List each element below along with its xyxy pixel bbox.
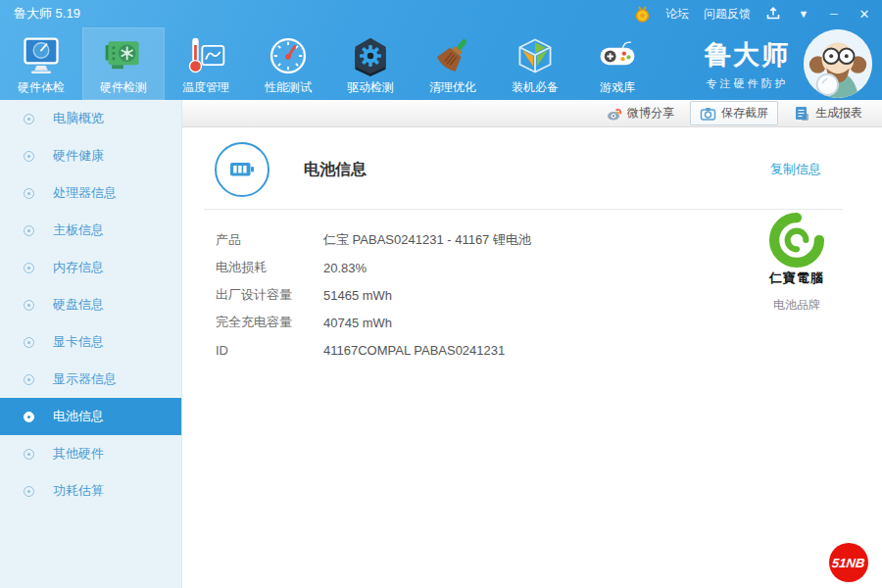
battery-icon [214, 141, 270, 198]
actionbar: 微博分享 保存截屏 生成报表 [182, 100, 882, 127]
save-screenshot-button[interactable]: 保存截屏 [690, 101, 778, 125]
gauge-icon [267, 34, 310, 77]
forum-link[interactable]: 论坛 [665, 6, 689, 23]
sidebar-item-label: 显卡信息 [53, 333, 104, 351]
toolbar-item-label: 性能测试 [265, 79, 312, 96]
sidebar-item-label: 处理器信息 [53, 184, 117, 202]
info-table: 产品 仁宝 PABAS0241231 - 41167 锂电池 电池损耗 20.8… [216, 226, 843, 364]
main-toolbar: 硬件体检 硬件检测 温度管理 性能测试 [0, 27, 882, 100]
app-body: 电脑概览 硬件健康 处理器信息 主板信息 内存信息 硬盘信息 显卡信息 显示器信… [0, 100, 882, 588]
sidebar-item-cpu[interactable]: 处理器信息 [0, 174, 181, 212]
battery-brand-caption: 电池品牌 [760, 297, 833, 314]
thermometer-icon [184, 34, 227, 77]
app-header: 鲁大师 5.19 论坛 问题反馈 ▼ ─ ✕ 硬件体检 [0, 0, 882, 100]
app-window: 鲁大师 5.19 论坛 问题反馈 ▼ ─ ✕ 硬件体检 [0, 0, 882, 588]
battery-info-panel: 电池信息 复制信息 产品 仁宝 PABAS0241231 - 41167 锂电池… [182, 127, 882, 588]
toolbar-brand-area: 鲁大师 专注硬件防护 [705, 27, 882, 100]
info-label: 出厂设计容量 [216, 286, 323, 304]
info-row-full-charge-capacity: 完全充电容量 40745 mWh [216, 309, 843, 336]
broom-icon [431, 34, 474, 77]
sidebar-item-memory[interactable]: 内存信息 [0, 249, 181, 286]
content-column: 微博分享 保存截屏 生成报表 电池信息 复制信息 [182, 100, 882, 588]
sidebar-item-label: 硬件健康 [53, 147, 104, 165]
toolbar-item-hardware-exam[interactable]: 硬件体检 [0, 27, 82, 100]
sidebar-item-motherboard[interactable]: 主板信息 [0, 212, 181, 249]
chevron-down-icon[interactable]: ▼ [796, 8, 811, 20]
page-title: 电池信息 [304, 160, 367, 180]
battery-brand-box: 仁寶電腦 电池品牌 [760, 212, 833, 314]
radio-bullet-icon [24, 337, 34, 348]
info-value: 仁宝 PABAS0241231 - 41167 锂电池 [323, 231, 531, 249]
gpu-card-icon [102, 34, 145, 77]
toolbar-item-label: 驱动检测 [347, 79, 394, 96]
sidebar-item-display[interactable]: 显示器信息 [0, 361, 181, 398]
brand-slogan: 专注硬件防护 [705, 76, 790, 91]
info-value: 51465 mWh [323, 288, 392, 303]
copy-info-link[interactable]: 复制信息 [770, 161, 821, 178]
sidebar: 电脑概览 硬件健康 处理器信息 主板信息 内存信息 硬盘信息 显卡信息 显示器信… [0, 100, 182, 588]
computer-checkup-icon [20, 34, 63, 77]
toolbar-item-games[interactable]: 游戏库 [576, 27, 659, 100]
toolbar-item-temperature[interactable]: 温度管理 [165, 27, 247, 100]
radio-bullet-icon [24, 225, 34, 236]
toolbar-item-hardware-test[interactable]: 硬件检测 [82, 27, 165, 100]
medal-icon[interactable] [634, 6, 651, 23]
info-row-design-capacity: 出厂设计容量 51465 mWh [216, 281, 843, 309]
titlebar-controls: 论坛 问题反馈 ▼ ─ ✕ [634, 5, 872, 24]
radio-bullet-icon [24, 263, 34, 273]
sidebar-item-overview[interactable]: 电脑概览 [0, 100, 181, 137]
radio-bullet-icon [24, 486, 34, 497]
toolbar-item-essentials[interactable]: 装机必备 [494, 27, 576, 100]
info-row-product: 产品 仁宝 PABAS0241231 - 41167 锂电池 [216, 226, 843, 254]
weibo-share-button[interactable]: 微博分享 [597, 101, 684, 125]
info-value: 40745 mWh [323, 316, 392, 330]
info-label: ID [216, 343, 323, 358]
cube-icon [514, 34, 557, 77]
toolbar-item-label: 游戏库 [600, 79, 635, 96]
51nb-logo: 51NB [829, 543, 868, 582]
radio-bullet-icon [24, 412, 34, 422]
info-row-wear-level: 电池损耗 20.83% [216, 254, 843, 281]
share-icon[interactable] [765, 5, 781, 24]
radio-bullet-icon [24, 188, 34, 199]
toolbar-item-label: 温度管理 [182, 79, 229, 96]
sidebar-item-label: 硬盘信息 [53, 296, 104, 314]
camera-icon [700, 106, 716, 122]
radio-bullet-icon [24, 300, 34, 311]
info-value: 20.83% [323, 261, 367, 275]
toolbar-item-driver[interactable]: 驱动检测 [329, 27, 412, 100]
sidebar-item-other-hardware[interactable]: 其他硬件 [0, 435, 181, 472]
minimize-button[interactable]: ─ [826, 8, 842, 20]
gear-hexagon-icon [349, 34, 392, 77]
generate-report-button[interactable]: 生成报表 [784, 101, 872, 125]
info-label: 电池损耗 [216, 259, 323, 276]
close-button[interactable]: ✕ [857, 7, 872, 22]
sidebar-item-label: 主板信息 [53, 221, 104, 239]
51nb-logo-text: 51NB [832, 556, 866, 570]
feedback-link[interactable]: 问题反馈 [704, 6, 751, 23]
sidebar-item-label: 其他硬件 [53, 445, 104, 463]
sidebar-item-label: 电脑概览 [53, 110, 104, 127]
sidebar-item-label: 内存信息 [53, 259, 104, 276]
sidebar-item-health[interactable]: 硬件健康 [0, 137, 181, 174]
generate-report-label: 生成报表 [815, 105, 862, 122]
panel-header: 电池信息 复制信息 [204, 141, 843, 198]
sidebar-item-label: 功耗估算 [53, 482, 104, 500]
compal-logo-text: 仁寶電腦 [760, 270, 833, 287]
sidebar-item-battery[interactable]: 电池信息 [0, 398, 181, 435]
sidebar-item-power-estimate[interactable]: 功耗估算 [0, 472, 181, 510]
mascot-avatar[interactable] [804, 29, 872, 98]
toolbar-item-performance[interactable]: 性能测试 [247, 27, 329, 100]
info-value: 41167COMPAL PABAS0241231 [323, 343, 505, 358]
toolbar-item-label: 装机必备 [512, 79, 559, 96]
sidebar-item-disk[interactable]: 硬盘信息 [0, 286, 181, 323]
save-screenshot-label: 保存截屏 [721, 105, 768, 122]
weibo-icon [607, 106, 622, 122]
weibo-share-label: 微博分享 [627, 105, 674, 122]
sidebar-item-gpu[interactable]: 显卡信息 [0, 323, 181, 361]
radio-bullet-icon [24, 151, 34, 162]
gamepad-icon [596, 34, 639, 77]
compal-logo-icon [768, 212, 825, 269]
toolbar-item-cleanup[interactable]: 清理优化 [412, 27, 494, 100]
radio-bullet-icon [24, 374, 34, 385]
